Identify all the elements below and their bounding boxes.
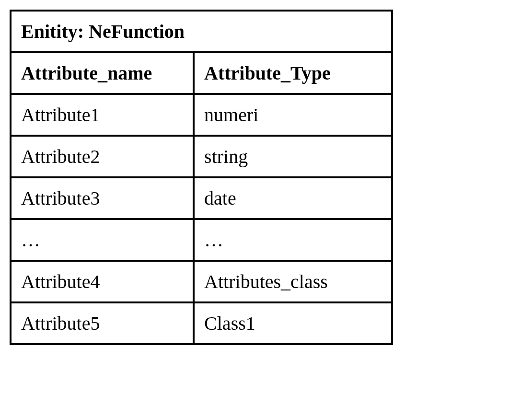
attribute-type-cell: Class1 xyxy=(194,302,392,344)
attribute-name-cell: Attribute2 xyxy=(11,136,194,177)
entity-table: Enitity: NeFunction Attribute_name Attri… xyxy=(10,10,393,345)
attribute-type-cell: string xyxy=(194,136,392,177)
attribute-name-cell: Attribute4 xyxy=(11,261,194,302)
table-row: Attribute1 numeri xyxy=(11,94,392,136)
column-header-type: Attribute_Type xyxy=(194,52,392,94)
attribute-name-cell: … xyxy=(11,219,194,261)
table-row: Attribute4 Attributes_class xyxy=(11,261,392,302)
column-header-row: Attribute_name Attribute_Type xyxy=(11,52,392,94)
table-row: … … xyxy=(11,219,392,261)
attribute-type-cell: numeri xyxy=(194,94,392,136)
attribute-name-cell: Attribute5 xyxy=(11,302,194,344)
attribute-name-cell: Attribute3 xyxy=(11,177,194,219)
entity-title-row: Enitity: NeFunction xyxy=(11,11,392,52)
table-row: Attribute3 date xyxy=(11,177,392,219)
entity-title: Enitity: NeFunction xyxy=(11,11,392,52)
attribute-type-cell: … xyxy=(194,219,392,261)
table-row: Attribute2 string xyxy=(11,136,392,177)
attribute-name-cell: Attribute1 xyxy=(11,94,194,136)
attribute-type-cell: Attributes_class xyxy=(194,261,392,302)
table-row: Attribute5 Class1 xyxy=(11,302,392,344)
attribute-type-cell: date xyxy=(194,177,392,219)
column-header-name: Attribute_name xyxy=(11,52,194,94)
